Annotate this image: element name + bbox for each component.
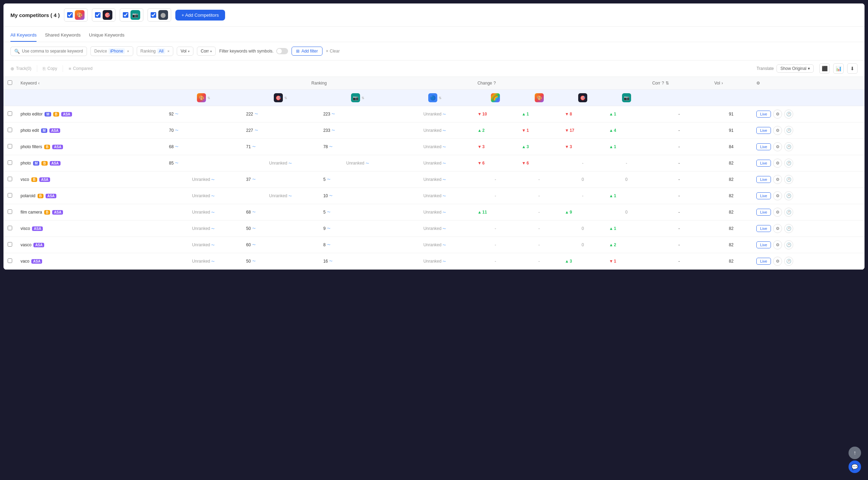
live-button[interactable]: Live xyxy=(756,209,771,216)
change-app-icon-2: 🎨 xyxy=(535,93,544,102)
ranking-app-2-sort[interactable]: ⇅ xyxy=(284,96,287,100)
history-action-icon[interactable]: 🕐 xyxy=(784,110,793,119)
history-action-icon[interactable]: 🕐 xyxy=(784,208,793,217)
settings-action-icon[interactable]: ⚙ xyxy=(773,191,782,200)
tab-shared-keywords[interactable]: Shared Keywords xyxy=(45,32,81,42)
add-filter-button[interactable]: ⊞ Add filter xyxy=(292,47,322,56)
row-checkbox[interactable] xyxy=(8,160,12,165)
row-checkbox[interactable] xyxy=(8,209,12,214)
add-competitors-button[interactable]: + Add Competitors xyxy=(175,10,225,21)
translate-section: Translate Show Original ▾ xyxy=(757,64,814,73)
chart-icon-button[interactable]: 📊 xyxy=(833,63,844,74)
live-button[interactable]: Live xyxy=(756,241,771,248)
show-original-button[interactable]: Show Original ▾ xyxy=(777,64,814,73)
settings-action-icon[interactable]: ⚙ xyxy=(773,110,782,119)
competitor-checkbox-3[interactable] xyxy=(123,12,128,18)
action-cell: Live ⚙ 🕐 xyxy=(752,106,865,122)
corr-sort-icon[interactable]: ⇅ xyxy=(666,81,669,86)
tab-all-keywords[interactable]: All Keywords xyxy=(10,32,37,42)
history-action-icon[interactable]: 🕐 xyxy=(784,191,793,200)
download-icon-button[interactable]: ⬇ xyxy=(847,63,858,74)
ranking-col-header: Ranking xyxy=(165,77,473,90)
row-checkbox-cell[interactable] xyxy=(3,253,16,270)
device-close-icon[interactable]: × xyxy=(127,49,129,53)
settings-action-icon[interactable]: ⚙ xyxy=(773,126,782,135)
row-checkbox-cell[interactable] xyxy=(3,139,16,155)
row-checkbox-cell[interactable] xyxy=(3,171,16,188)
row-checkbox[interactable] xyxy=(8,258,12,263)
settings-action-icon[interactable]: ⚙ xyxy=(773,175,782,184)
history-action-icon[interactable]: 🕐 xyxy=(784,126,793,135)
history-action-icon[interactable]: 🕐 xyxy=(784,142,793,151)
show-original-label: Show Original xyxy=(780,66,806,71)
row-checkbox[interactable] xyxy=(8,177,12,181)
settings-action-icon[interactable]: ⚙ xyxy=(773,208,782,217)
vol-filter-chip[interactable]: Vol ▾ xyxy=(177,47,193,56)
toolbar-divider-1 xyxy=(37,65,37,72)
history-action-icon[interactable]: 🕐 xyxy=(784,175,793,184)
ranking-filter-chip[interactable]: Ranking All × xyxy=(137,46,174,56)
live-button[interactable]: Live xyxy=(756,143,771,150)
rank-1-cell: 70 〜 xyxy=(165,122,242,139)
ranking-app-4-sort[interactable]: ⇅ xyxy=(439,96,441,100)
select-all-checkbox[interactable] xyxy=(8,80,12,85)
history-action-icon[interactable]: 🕐 xyxy=(784,257,793,266)
table-row: polaroid BASA Unranked 〜 Unranked 〜 10 〜… xyxy=(3,188,865,204)
search-input[interactable] xyxy=(22,49,83,54)
rank-1-cell: Unranked 〜 xyxy=(165,253,242,270)
competitor-checkbox-1[interactable] xyxy=(67,12,73,18)
copy-button[interactable]: ⎘ Copy xyxy=(43,66,57,71)
settings-action-icon[interactable]: ⚙ xyxy=(773,257,782,266)
track-icon: ⊕ xyxy=(10,66,14,71)
row-checkbox[interactable] xyxy=(8,226,12,230)
row-checkbox[interactable] xyxy=(8,144,12,149)
search-input-wrap[interactable]: 🔍 xyxy=(10,47,87,56)
settings-action-icon[interactable]: ⚙ xyxy=(773,224,782,233)
settings-action-icon[interactable]: ⚙ xyxy=(773,240,782,249)
history-action-icon[interactable]: 🕐 xyxy=(784,224,793,233)
ranking-app-1-sort[interactable]: ⇅ xyxy=(207,96,210,100)
settings-col-header[interactable]: ⚙ xyxy=(752,77,865,90)
live-button[interactable]: Live xyxy=(756,127,771,134)
compared-button[interactable]: ≡ Compared xyxy=(69,66,93,71)
row-checkbox[interactable] xyxy=(8,242,12,247)
corr-filter-chip[interactable]: Corr ▾ xyxy=(197,47,216,56)
row-checkbox-cell[interactable] xyxy=(3,237,16,253)
change-2-cell: ▼6 xyxy=(518,155,561,171)
filter-toggle[interactable] xyxy=(276,48,288,54)
rank-1-cell: Unranked 〜 xyxy=(165,171,242,188)
live-button[interactable]: Live xyxy=(756,111,771,118)
live-button[interactable]: Live xyxy=(756,192,771,199)
row-checkbox[interactable] xyxy=(8,128,12,132)
row-checkbox-cell[interactable] xyxy=(3,122,16,139)
vol-sort-icon[interactable]: › xyxy=(722,81,723,86)
device-filter-chip[interactable]: Device iPhone × xyxy=(90,46,133,56)
tab-unique-keywords[interactable]: Unique Keywords xyxy=(89,32,125,42)
track-button[interactable]: ⊕ Track(0) xyxy=(10,66,31,71)
history-action-icon[interactable]: 🕐 xyxy=(784,240,793,249)
display-icon-button[interactable]: ⬛ xyxy=(819,63,830,74)
rank-1-cell: Unranked 〜 xyxy=(165,188,242,204)
history-action-icon[interactable]: 🕐 xyxy=(784,159,793,168)
row-checkbox[interactable] xyxy=(8,193,12,198)
settings-action-icon[interactable]: ⚙ xyxy=(773,142,782,151)
page-title: My competitors ( 4 ) xyxy=(10,12,60,18)
row-checkbox-cell[interactable] xyxy=(3,221,16,237)
live-button[interactable]: Live xyxy=(756,176,771,183)
select-all-header[interactable] xyxy=(3,77,16,90)
keyword-sort-icon[interactable]: ‹ xyxy=(38,81,40,86)
live-button[interactable]: Live xyxy=(756,225,771,232)
competitor-checkbox-2[interactable] xyxy=(95,12,101,18)
row-checkbox-cell[interactable] xyxy=(3,155,16,171)
ranking-close-icon[interactable]: × xyxy=(167,49,169,53)
row-checkbox-cell[interactable] xyxy=(3,106,16,122)
row-checkbox-cell[interactable] xyxy=(3,204,16,221)
ranking-app-3-sort[interactable]: ⇅ xyxy=(361,96,364,100)
row-checkbox-cell[interactable] xyxy=(3,188,16,204)
live-button[interactable]: Live xyxy=(756,160,771,167)
clear-button[interactable]: × Clear xyxy=(326,49,340,54)
competitor-checkbox-4[interactable] xyxy=(151,12,156,18)
live-button[interactable]: Live xyxy=(756,258,771,265)
settings-action-icon[interactable]: ⚙ xyxy=(773,159,782,168)
row-checkbox[interactable] xyxy=(8,111,12,116)
